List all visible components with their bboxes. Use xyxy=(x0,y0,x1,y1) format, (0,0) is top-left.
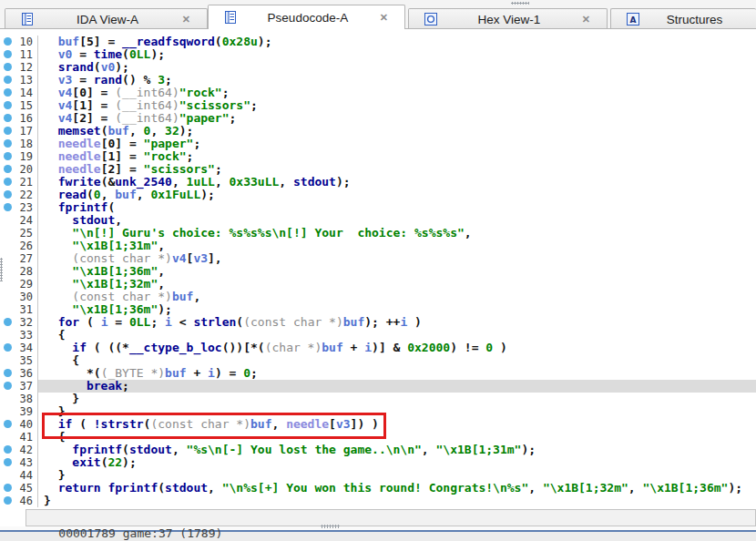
breakpoint-dot[interactable] xyxy=(0,99,15,112)
breakpoint-gutter[interactable] xyxy=(0,227,15,240)
code-text: needle[2] = "scissors"; xyxy=(37,163,756,176)
code-line[interactable]: 12 srand(v0); xyxy=(0,61,756,74)
breakpoint-dot[interactable] xyxy=(0,176,15,189)
breakpoint-dot[interactable] xyxy=(0,36,15,48)
code-text: v4[1] = (__int64)"scissors"; xyxy=(37,99,756,112)
code-line[interactable]: 19 needle[1] = "rock"; xyxy=(0,150,756,163)
code-line[interactable]: 30 (const char *)buf, xyxy=(0,291,756,303)
code-text: memset(buf, 0, 32); xyxy=(37,125,756,138)
code-line[interactable]: 41 { xyxy=(0,431,756,444)
breakpoint-gutter[interactable] xyxy=(0,405,15,418)
code-line[interactable]: 46} xyxy=(0,495,756,507)
code-line[interactable]: 24 stdout, xyxy=(0,214,756,227)
code-text: "\n[!] Guru's choice: %s%s%s\n[!] Your c… xyxy=(37,227,756,240)
code-line[interactable]: 38 } xyxy=(0,393,756,405)
code-line[interactable]: 27 (const char *)v4[v3], xyxy=(0,252,756,265)
breakpoint-dot[interactable] xyxy=(0,138,15,150)
code-line[interactable]: 35 { xyxy=(0,354,756,367)
code-line[interactable]: 45 return fprintf(stdout, "\n%s[+] You w… xyxy=(0,482,756,495)
breakpoint-gutter[interactable] xyxy=(0,303,15,316)
line-number: 41 xyxy=(15,431,33,444)
breakpoint-dot[interactable] xyxy=(0,418,15,431)
code-line[interactable]: 33 { xyxy=(0,329,756,342)
code-line[interactable]: 11 v0 = time(0LL); xyxy=(0,48,756,61)
code-line[interactable]: 28 "\x1B[1;36m", xyxy=(0,265,756,278)
code-line[interactable]: 42 fprintf(stdout, "%s\n[-] You lost the… xyxy=(0,444,756,456)
close-icon[interactable]: ✕ xyxy=(580,14,592,26)
breakpoint-dot[interactable] xyxy=(0,189,15,201)
code-line[interactable]: 23 fprintf( xyxy=(0,201,756,214)
breakpoint-gutter[interactable] xyxy=(0,354,15,367)
breakpoint-dot[interactable] xyxy=(0,456,15,469)
breakpoint-dot[interactable] xyxy=(0,163,15,176)
breakpoint-dot[interactable] xyxy=(0,112,15,125)
splitter-handle-top[interactable] xyxy=(511,2,529,5)
breakpoint-dot[interactable] xyxy=(0,495,15,507)
code-line[interactable]: 40 if ( !strstr((const char *)buf, needl… xyxy=(0,418,756,431)
code-line[interactable]: 37 break; xyxy=(0,380,756,393)
splitter-handle-bottom[interactable] xyxy=(321,525,340,528)
breakpoint-gutter[interactable] xyxy=(0,329,15,342)
code-line[interactable]: 22 read(0, buf, 0x1FuLL); xyxy=(0,189,756,201)
line-number: 33 xyxy=(15,329,33,342)
breakpoint-dot[interactable] xyxy=(0,74,15,87)
splitter-handle-left[interactable] xyxy=(0,258,3,281)
code-text: "\x1B[1;31m", xyxy=(37,240,756,252)
breakpoint-gutter[interactable] xyxy=(0,214,15,227)
breakpoint-dot[interactable] xyxy=(0,61,15,74)
tab-ida-view-a[interactable]: IDA View-A ✕ xyxy=(5,8,208,29)
breakpoint-dot[interactable] xyxy=(0,316,15,329)
breakpoint-dot[interactable] xyxy=(0,48,15,61)
code-line[interactable]: 18 needle[0] = "paper"; xyxy=(0,138,756,150)
breakpoint-dot[interactable] xyxy=(0,201,15,214)
code-line[interactable]: 29 "\x1B[1;32m", xyxy=(0,278,756,291)
tab-pseudocode-a[interactable]: Pseudocode-A ✕ xyxy=(208,5,405,29)
tab-structures[interactable]: A Structures xyxy=(610,8,756,29)
code-line[interactable]: 16 v4[2] = (__int64)"paper"; xyxy=(0,112,756,125)
code-text: srand(v0); xyxy=(37,61,756,74)
code-line[interactable]: 26 "\x1B[1;31m", xyxy=(0,240,756,252)
breakpoint-dot[interactable] xyxy=(0,444,15,456)
breakpoint-dot[interactable] xyxy=(0,482,15,495)
code-line[interactable]: 43 exit(22); xyxy=(0,456,756,469)
close-icon[interactable]: ✕ xyxy=(180,14,192,26)
code-line[interactable]: 10 buf[5] = __readfsqword(0x28u); xyxy=(0,36,756,48)
line-number: 43 xyxy=(15,456,33,469)
breakpoint-dot[interactable] xyxy=(0,380,15,393)
tab-label: Hex View-1 xyxy=(445,13,573,26)
code-line[interactable]: 14 v4[0] = (__int64)"rock"; xyxy=(0,87,756,99)
code-line[interactable]: 17 memset(buf, 0, 32); xyxy=(0,125,756,138)
line-number: 44 xyxy=(15,469,33,482)
tab-hex-view-1[interactable]: Hex View-1 ✕ xyxy=(408,8,608,29)
code-line[interactable]: 44 } xyxy=(0,469,756,482)
code-line[interactable]: 25 "\n[!] Guru's choice: %s%s%s\n[!] You… xyxy=(0,227,756,240)
code-text: needle[1] = "rock"; xyxy=(37,150,756,163)
code-line[interactable]: 21 fwrite(&unk_2540, 1uLL, 0x33uLL, stdo… xyxy=(0,176,756,189)
line-number: 36 xyxy=(15,367,33,380)
breakpoint-dot[interactable] xyxy=(0,150,15,163)
code-line[interactable]: 39 } xyxy=(0,405,756,418)
breakpoint-gutter[interactable] xyxy=(0,240,15,252)
breakpoint-dot[interactable] xyxy=(0,367,15,380)
code-line[interactable]: 31 "\x1B[1;36m"); xyxy=(0,303,756,316)
line-number: 26 xyxy=(15,240,33,252)
code-line[interactable]: 34 if ( ((*__ctype_b_loc())[*((char *)bu… xyxy=(0,342,756,354)
code-text: fwrite(&unk_2540, 1uLL, 0x33uLL, stdout)… xyxy=(37,176,756,189)
code-text: "\x1B[1;32m", xyxy=(37,278,756,291)
close-icon[interactable]: ✕ xyxy=(378,12,390,24)
tab-bar: IDA View-A ✕ Pseudocode-A ✕ xyxy=(0,0,756,29)
code-text: if ( ((*__ctype_b_loc())[*((char *)buf +… xyxy=(37,342,756,354)
code-line[interactable]: 36 *((_BYTE *)buf + i) = 0; xyxy=(0,367,756,380)
breakpoint-dot[interactable] xyxy=(0,87,15,99)
breakpoint-dot[interactable] xyxy=(0,125,15,138)
breakpoint-dot[interactable] xyxy=(0,342,15,354)
breakpoint-gutter[interactable] xyxy=(0,291,15,303)
breakpoint-gutter[interactable] xyxy=(0,469,15,482)
breakpoint-gutter[interactable] xyxy=(0,393,15,405)
code-pane[interactable]: 10 buf[5] = __readfsqword(0x28u);11 v0 =… xyxy=(0,29,756,526)
breakpoint-gutter[interactable] xyxy=(0,431,15,444)
code-line[interactable]: 15 v4[1] = (__int64)"scissors"; xyxy=(0,99,756,112)
code-line[interactable]: 32 for ( i = 0LL; i < strlen((const char… xyxy=(0,316,756,329)
code-line[interactable]: 13 v3 = rand() % 3; xyxy=(0,74,756,87)
code-line[interactable]: 20 needle[2] = "scissors"; xyxy=(0,163,756,176)
